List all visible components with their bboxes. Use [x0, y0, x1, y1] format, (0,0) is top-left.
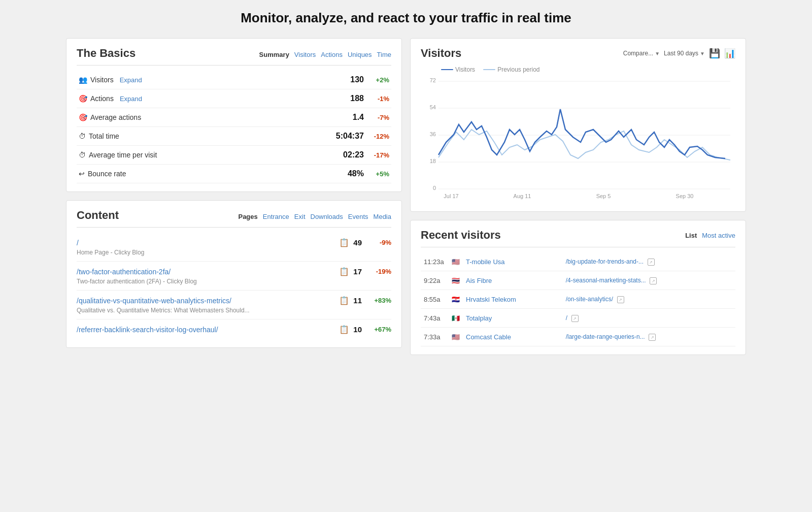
page-title: Monitor, analyze, and react to your traf…: [66, 10, 746, 26]
total-time-label: Total time: [89, 132, 119, 140]
chart-svg: 72 54 36 18 0: [421, 76, 735, 203]
tab-events[interactable]: Events: [348, 213, 368, 220]
external-link-icon[interactable]: ↗: [650, 277, 657, 284]
metric-avg-actions: 🎯 Average actions 1.4 -7%: [77, 108, 391, 127]
chart-legend: Visitors Previous period: [441, 66, 735, 73]
visitor-isp-link[interactable]: T-mobile Usa: [466, 258, 505, 266]
metric-actions: 🎯 Actions Expand 188 -1%: [77, 89, 391, 108]
actions-expand[interactable]: Expand: [120, 95, 142, 103]
total-time-value: 5:04:37: [285, 127, 366, 146]
total-time-icon: ⏱: [79, 132, 86, 140]
content-page-link[interactable]: /referrer-backlink-search-visitor-log-ov…: [77, 326, 218, 334]
y-label-18: 18: [430, 158, 436, 164]
visitors-change: +2%: [366, 71, 391, 89]
metric-visitors: 👥 Visitors Expand 130 +2%: [77, 71, 391, 89]
actions-label: Actions: [90, 94, 114, 103]
actions-icon: 🎯: [79, 94, 87, 103]
tab-pages[interactable]: Pages: [238, 213, 257, 220]
content-subtitle: Home Page - Clicky Blog: [77, 249, 391, 256]
visitor-isp-cell: Totalplay: [463, 309, 563, 328]
content-count: 10: [353, 325, 362, 334]
content-page-link[interactable]: /: [77, 239, 79, 247]
visitor-isp-link[interactable]: Totalplay: [466, 314, 492, 322]
visitor-page-link[interactable]: /large-date-range-queries-n...: [566, 333, 645, 340]
total-time-change: -12%: [366, 127, 391, 146]
visitor-page-link[interactable]: /4-seasonal-marketing-stats...: [566, 277, 646, 284]
page-icon: 📋: [339, 267, 349, 276]
avg-time-value: 02:23: [285, 146, 366, 165]
period-dropdown[interactable]: Last 90 days ▼: [664, 50, 705, 57]
list-item: /qualitative-vs-quantitative-web-analyti…: [77, 291, 391, 319]
visitor-page-cell: /on-site-analytics/ ↗: [563, 290, 735, 309]
tab-list[interactable]: List: [685, 232, 697, 239]
x-label-sep30: Sep 30: [676, 193, 694, 199]
avg-actions-icon: 🎯: [79, 113, 87, 121]
visitor-isp-link[interactable]: Hrvatski Telekom: [466, 296, 516, 303]
content-title: Content: [77, 209, 119, 222]
visitor-page-link[interactable]: /: [566, 314, 567, 322]
tab-downloads[interactable]: Downloads: [311, 213, 343, 220]
visitors-value: 130: [285, 71, 366, 89]
tab-summary[interactable]: Summary: [259, 51, 289, 58]
compare-arrow-icon: ▼: [655, 51, 660, 56]
y-label-72: 72: [430, 77, 436, 83]
content-tabs: Pages Entrance Exit Downloads Events Med…: [238, 213, 391, 220]
visitor-time: 7:33a: [421, 328, 449, 346]
avg-actions-value: 1.4: [285, 108, 366, 127]
current-line: [441, 69, 453, 70]
page-icon: 📋: [339, 296, 349, 305]
visitors-label: Visitors: [90, 76, 114, 84]
bounce-change: +5%: [366, 165, 391, 183]
list-item: /referrer-backlink-search-visitor-log-ov…: [77, 319, 391, 339]
page-icon: 📋: [339, 238, 349, 247]
page-icon: 📋: [339, 325, 349, 334]
visitor-isp-link[interactable]: Comcast Cable: [466, 333, 511, 341]
recent-visitors-panel: Recent visitors List Most active 11:23a …: [410, 220, 746, 355]
tab-visitors[interactable]: Visitors: [294, 51, 316, 58]
previous-line: [483, 69, 495, 70]
table-row: 7:43a 🇲🇽 Totalplay / ↗: [421, 309, 735, 328]
recent-tabs: List Most active: [685, 232, 735, 239]
external-link-icon[interactable]: ↗: [648, 259, 655, 266]
tab-most-active[interactable]: Most active: [702, 232, 735, 239]
tab-media[interactable]: Media: [374, 213, 391, 220]
tab-uniques[interactable]: Uniques: [348, 51, 372, 58]
content-change: -19%: [366, 268, 391, 275]
visitor-time: 9:22a: [421, 271, 449, 290]
tab-actions[interactable]: Actions: [321, 51, 343, 58]
period-label: Last 90 days: [664, 50, 698, 57]
content-panel: Content Pages Entrance Exit Downloads Ev…: [66, 200, 402, 348]
table-row: 9:22a 🇹🇭 Ais Fibre /4-seasonal-marketing…: [421, 271, 735, 290]
visitor-page-cell: / ↗: [563, 309, 735, 328]
compare-dropdown[interactable]: Compare... ▼: [623, 50, 660, 57]
content-change: +83%: [366, 297, 391, 304]
visitors-chart-panel: Visitors Compare... ▼ Last 90 days ▼ 💾 📊: [410, 38, 746, 212]
visitor-isp-link[interactable]: Ais Fibre: [466, 277, 492, 284]
content-count: 49: [353, 238, 362, 247]
content-page-link[interactable]: /two-factor-authentication-2fa/: [77, 268, 171, 276]
save-icon[interactable]: 💾: [709, 48, 720, 59]
content-subtitle: Two-factor authentication (2FA) - Clicky…: [77, 278, 391, 285]
visitor-page-link[interactable]: /big-update-for-trends-and-...: [566, 258, 644, 265]
bounce-label: Bounce rate: [88, 170, 126, 178]
tab-exit[interactable]: Exit: [294, 213, 306, 220]
external-link-icon[interactable]: ↗: [649, 334, 656, 341]
chart-type-icon[interactable]: 📊: [724, 48, 735, 59]
basics-title: The Basics: [77, 47, 136, 60]
bounce-value: 48%: [285, 165, 366, 183]
external-link-icon[interactable]: ↗: [617, 296, 624, 303]
tab-entrance[interactable]: Entrance: [263, 213, 289, 220]
visitors-expand[interactable]: Expand: [120, 76, 142, 84]
table-row: 7:33a 🇺🇸 Comcast Cable /large-date-range…: [421, 328, 735, 346]
bounce-icon: ↩: [79, 170, 85, 178]
tab-time[interactable]: Time: [377, 51, 391, 58]
visitor-page-link[interactable]: /on-site-analytics/: [566, 296, 613, 303]
content-page-link[interactable]: /qualitative-vs-quantitative-web-analyti…: [77, 297, 231, 305]
visitor-page-cell: /large-date-range-queries-n... ↗: [563, 328, 735, 346]
table-row: 11:23a 🇺🇸 T-mobile Usa /big-update-for-t…: [421, 252, 735, 271]
list-item: /two-factor-authentication-2fa/ 📋 17 -19…: [77, 262, 391, 291]
x-label-jul: Jul 17: [444, 193, 458, 199]
visitor-isp-cell: Hrvatski Telekom: [463, 290, 563, 309]
external-link-icon[interactable]: ↗: [571, 315, 579, 322]
avg-time-label: Average time per visit: [89, 151, 157, 159]
